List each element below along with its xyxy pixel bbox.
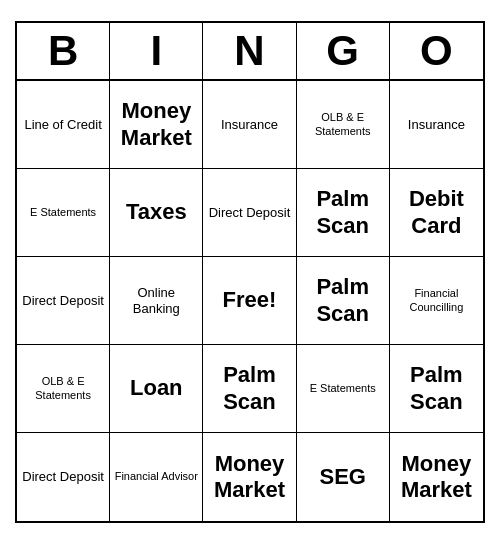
header-letter: G — [297, 23, 390, 79]
bingo-cell[interactable]: SEG — [297, 433, 390, 521]
bingo-cell[interactable]: Financial Advisor — [110, 433, 203, 521]
bingo-cell[interactable]: Palm Scan — [297, 257, 390, 345]
header-letter: I — [110, 23, 203, 79]
bingo-cell[interactable]: Taxes — [110, 169, 203, 257]
bingo-cell[interactable]: Direct Deposit — [17, 433, 110, 521]
bingo-cell[interactable]: Money Market — [390, 433, 483, 521]
header-letter: B — [17, 23, 110, 79]
bingo-cell[interactable]: OLB & E Statements — [297, 81, 390, 169]
bingo-cell[interactable]: E Statements — [17, 169, 110, 257]
bingo-cell[interactable]: Direct Deposit — [17, 257, 110, 345]
bingo-cell[interactable]: Loan — [110, 345, 203, 433]
bingo-cell[interactable]: Palm Scan — [297, 169, 390, 257]
header-letter: O — [390, 23, 483, 79]
bingo-cell[interactable]: Palm Scan — [390, 345, 483, 433]
bingo-cell[interactable]: OLB & E Statements — [17, 345, 110, 433]
bingo-cell[interactable]: Online Banking — [110, 257, 203, 345]
bingo-cell[interactable]: Financial Councilling — [390, 257, 483, 345]
bingo-cell[interactable]: Money Market — [110, 81, 203, 169]
bingo-header: BINGO — [17, 23, 483, 81]
bingo-cell[interactable]: Money Market — [203, 433, 296, 521]
bingo-grid: Line of CreditMoney MarketInsuranceOLB &… — [17, 81, 483, 521]
header-letter: N — [203, 23, 296, 79]
bingo-cell[interactable]: E Statements — [297, 345, 390, 433]
bingo-cell[interactable]: Direct Deposit — [203, 169, 296, 257]
bingo-card: BINGO Line of CreditMoney MarketInsuranc… — [15, 21, 485, 523]
bingo-cell[interactable]: Line of Credit — [17, 81, 110, 169]
bingo-cell[interactable]: Free! — [203, 257, 296, 345]
bingo-cell[interactable]: Palm Scan — [203, 345, 296, 433]
bingo-cell[interactable]: Insurance — [203, 81, 296, 169]
bingo-cell[interactable]: Debit Card — [390, 169, 483, 257]
bingo-cell[interactable]: Insurance — [390, 81, 483, 169]
